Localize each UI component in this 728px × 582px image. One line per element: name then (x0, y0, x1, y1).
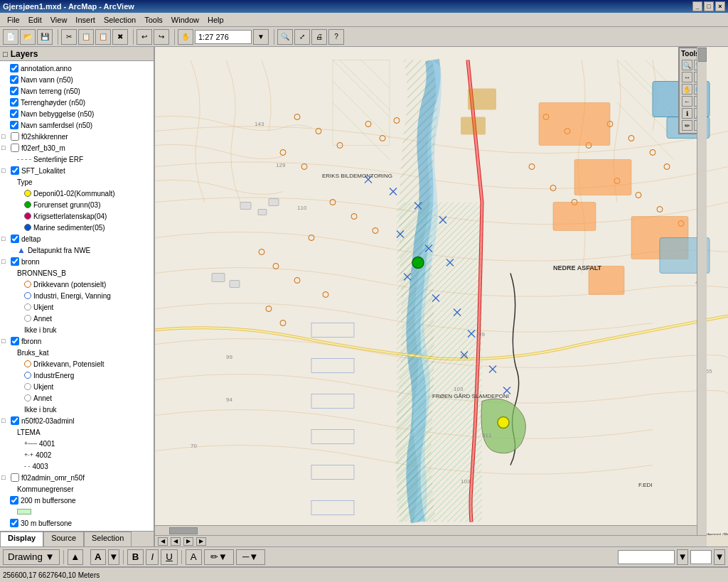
pan-tool[interactable]: ↔ (682, 72, 692, 82)
minimize-button[interactable]: _ (692, 1, 702, 11)
help-question-button[interactable]: ? (328, 29, 344, 45)
layer-sft-group[interactable]: □ SFT_Lokalitet (0, 165, 154, 176)
scroll-left-button[interactable]: ◀ (158, 537, 168, 546)
layer-annotation-check[interactable] (10, 64, 18, 72)
layer-bronn-group[interactable]: □ bronn (0, 256, 154, 267)
scale-input[interactable]: 1:27 276 (195, 30, 252, 44)
layer-bronn-check[interactable] (11, 257, 19, 266)
maximize-button[interactable]: □ (704, 1, 714, 11)
font-name-input[interactable] (618, 550, 675, 564)
expand-f02erf[interactable]: □ (1, 144, 9, 151)
layer-deltap-group[interactable]: □ deltap (0, 233, 154, 244)
font-dropdown[interactable]: ▼ (677, 549, 688, 565)
layer-buf30-check[interactable] (10, 519, 18, 527)
layer-terrenghøyder[interactable]: Terrenghøyder (n50) (0, 97, 154, 108)
menu-window[interactable]: Window (167, 14, 203, 26)
layer-navn-terreng-check[interactable] (10, 87, 18, 95)
scroll-thumb-v[interactable] (698, 48, 707, 62)
layer-buf200[interactable]: 200 m buffersone (0, 495, 154, 506)
open-button[interactable]: 📂 (20, 29, 36, 45)
back-tool[interactable]: ← (682, 96, 692, 107)
layer-buf30[interactable]: 30 m buffersone (0, 517, 154, 529)
cut-button[interactable]: ✂ (61, 29, 77, 45)
copy-button[interactable]: 📋 (78, 29, 94, 45)
bold-button[interactable]: B (127, 549, 144, 565)
layer-f02shikkrenner-check[interactable] (11, 132, 19, 141)
scroll-left2-button[interactable]: ◀ (171, 537, 181, 546)
layer-navn-bebyggelse[interactable]: Navn bebyggelse (n50) (0, 108, 154, 119)
layer-fbronn-check[interactable] (11, 337, 19, 345)
title-bar-controls[interactable]: _ □ × (692, 1, 725, 11)
layer-forurenset[interactable]: Forurenset grunn(03) (0, 199, 154, 210)
layer-marine[interactable]: Marine sedimenter(05) (0, 222, 154, 233)
layer-f02admin-check[interactable] (11, 473, 19, 482)
layer-f02admin-group[interactable]: □ f02admin_omr_n50f (0, 472, 154, 483)
expand-f02shikkrenner[interactable]: □ (1, 133, 9, 140)
delete-button[interactable]: ✖ (112, 29, 128, 45)
layer-navn-vann[interactable]: Navn vann (n50) (0, 74, 154, 85)
menu-selection[interactable]: Selection (100, 14, 140, 26)
italic-button[interactable]: I (146, 549, 159, 565)
font-color-button[interactable]: A (186, 549, 202, 565)
menu-file[interactable]: File (3, 14, 24, 26)
layer-krigsetter[interactable]: Krigsetterlatenskap(04) (0, 210, 154, 222)
menu-view[interactable]: View (46, 14, 72, 26)
scroll-thumb-h[interactable] (169, 527, 198, 534)
tab-source[interactable]: Source (43, 532, 84, 546)
layer-navn-bebyggelse-check[interactable] (10, 109, 18, 118)
menu-tools[interactable]: Tools (140, 14, 167, 26)
pan-button[interactable]: ✋ (178, 29, 193, 45)
font-size-input[interactable] (690, 550, 712, 564)
scale-dropdown[interactable]: ▼ (253, 29, 269, 45)
layer-navn-terreng[interactable]: Navn terreng (n50) (0, 85, 154, 97)
layers-content[interactable]: annotation.anno Navn vann (n50) Navn ter… (0, 61, 154, 531)
expand-fbronn[interactable]: □ (1, 338, 9, 345)
layer-sft-check[interactable] (11, 166, 19, 175)
zoom-in-tool[interactable]: 🔍 (682, 60, 692, 70)
underline-button[interactable]: U (161, 549, 178, 565)
expand-deltap[interactable]: □ (1, 235, 9, 242)
tab-selection[interactable]: Selection (84, 532, 132, 546)
edit-tool[interactable]: ✏ (682, 120, 692, 131)
layer-n50f02-group[interactable]: □ n50f02-03adminl (0, 415, 154, 426)
expand-f02admin[interactable]: □ (1, 474, 9, 481)
drawing-dropdown[interactable]: Drawing ▼ (3, 549, 60, 565)
redo-button[interactable]: ↪ (154, 29, 169, 45)
layer-fbronn-group[interactable]: □ fbronn (0, 335, 154, 347)
layer-deltap-check[interactable] (11, 235, 19, 243)
layer-n50f02-check[interactable] (11, 416, 19, 425)
text-dropdown[interactable]: ▼ (108, 549, 119, 565)
layer-terrenghøyder-check[interactable] (10, 98, 18, 107)
font-size-dropdown[interactable]: ▼ (714, 549, 725, 565)
text-tool[interactable]: A (90, 549, 106, 565)
expand-n50f02[interactable]: □ (1, 417, 9, 424)
scroll-right2-button[interactable]: ▶ (183, 537, 193, 546)
map-area[interactable]: NEDRE ASFALT FRØEN GÅRD SLAMDEPONI ERIKS… (155, 47, 728, 546)
new-button[interactable]: 📄 (3, 29, 18, 45)
paste-button[interactable]: 📋 (95, 29, 111, 45)
layer-deponi[interactable]: Deponi01-02(Kommunalt) (0, 188, 154, 199)
horizontal-scrollbar[interactable] (155, 525, 697, 535)
vertical-scrollbar[interactable] (697, 47, 707, 535)
info-tool[interactable]: ℹ (682, 108, 692, 119)
close-button[interactable]: × (715, 1, 725, 11)
select-draw-tool[interactable]: ▲ (68, 549, 83, 565)
hand-tool[interactable]: ✋ (682, 84, 692, 95)
layer-buf200-check[interactable] (10, 496, 18, 505)
scroll-right-button[interactable]: ▶ (196, 537, 206, 546)
layer-f02shikkrenner-group[interactable]: □ f02shikkrenner (0, 131, 154, 142)
line-color-button[interactable]: ─▼ (236, 549, 265, 565)
extent-button[interactable]: ⤢ (294, 29, 310, 45)
layer-navn-samferdsel-check[interactable] (10, 121, 18, 129)
menu-insert[interactable]: Insert (71, 14, 100, 26)
undo-button[interactable]: ↩ (136, 29, 152, 45)
layer-f02erf-check[interactable] (11, 144, 19, 152)
expand-sft[interactable]: □ (1, 167, 9, 174)
save-button[interactable]: 💾 (37, 29, 53, 45)
tab-display[interactable]: Display (0, 532, 43, 546)
layer-navn-vann-check[interactable] (10, 75, 18, 84)
layer-navn-samferdsel[interactable]: Navn samferdsel (n50) (0, 119, 154, 131)
layer-f02erf-group[interactable]: □ f02erf_b30_m (0, 142, 154, 153)
menu-edit[interactable]: Edit (24, 14, 46, 26)
menu-help[interactable]: Help (203, 14, 228, 26)
